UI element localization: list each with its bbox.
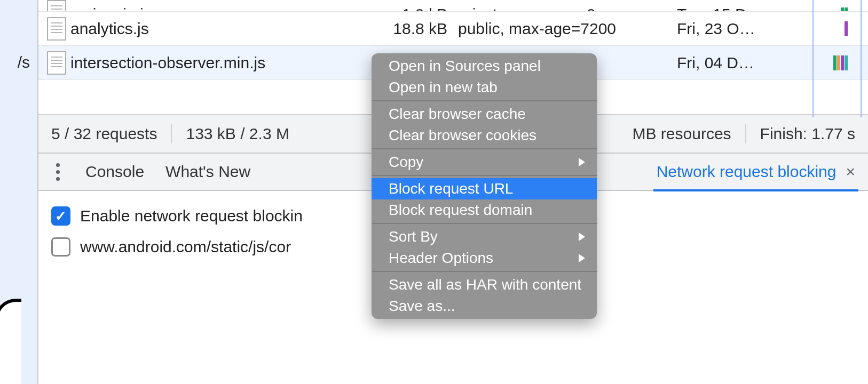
ctx-clear-cache[interactable]: Clear browser cache: [372, 103, 597, 125]
close-icon[interactable]: ×: [846, 163, 855, 181]
divider: [745, 124, 746, 143]
phone-frame-icon: [0, 299, 21, 384]
file-name: analytics.js: [70, 20, 321, 38]
tab-whats-new[interactable]: What's New: [165, 163, 250, 181]
pattern-text: www.android.com/static/js/cor: [80, 238, 291, 256]
timeline-marker: [812, 0, 814, 117]
cache-control: public, max-age=7200: [458, 20, 677, 38]
chevron-right-icon: [579, 254, 585, 262]
time-cell: Fri, 23 O…: [677, 20, 784, 38]
divider: [171, 124, 172, 143]
file-size: 18.8 kB: [321, 20, 458, 38]
status-finish: Finish: 1.77 s: [760, 125, 855, 143]
ctx-block-url[interactable]: Block request URL: [372, 178, 597, 199]
time-cell: Fri, 04 D…: [677, 54, 784, 72]
context-menu: Open in Sources panel Open in new tab Cl…: [372, 53, 597, 319]
table-row[interactable]: analytics.js 18.8 kB public, max-age=720…: [38, 12, 868, 46]
enable-blocking-label: Enable network request blockin: [80, 207, 303, 225]
ctx-clear-cookies[interactable]: Clear browser cookies: [372, 125, 597, 146]
page-gutter: /s: [0, 0, 37, 384]
file-icon: [47, 17, 66, 41]
file-icon: [47, 0, 66, 12]
file-size: 1.9 kB: [321, 5, 458, 12]
ctx-block-domain[interactable]: Block request domain: [372, 199, 597, 221]
timeline-marker: [861, 0, 862, 117]
status-requests: 5 / 32 requests: [51, 125, 157, 143]
ctx-open-sources[interactable]: Open in Sources panel: [372, 55, 597, 77]
tab-console[interactable]: Console: [85, 163, 144, 181]
ctx-sort-by[interactable]: Sort By: [372, 226, 597, 247]
chevron-right-icon: [579, 158, 585, 166]
waterfall-cell: [784, 6, 868, 12]
enable-blocking-checkbox[interactable]: [51, 206, 70, 226]
status-transferred: 133 kB / 2.3 M: [186, 125, 289, 143]
waterfall-cell: [784, 20, 868, 37]
file-name: main.min.js: [70, 5, 321, 12]
drawer-menu-icon[interactable]: [51, 163, 64, 181]
file-name: intersection-observer.min.js: [70, 54, 321, 72]
ctx-save-har[interactable]: Save all as HAR with content: [372, 274, 597, 295]
ctx-save-as[interactable]: Save as...: [372, 295, 597, 317]
file-icon: [47, 51, 66, 75]
ctx-open-tab[interactable]: Open in new tab: [372, 77, 597, 98]
chevron-right-icon: [579, 233, 585, 241]
ctx-copy[interactable]: Copy: [372, 151, 597, 173]
ctx-header-options[interactable]: Header Options: [372, 247, 597, 269]
tab-network-request-blocking[interactable]: Network request blocking ×: [657, 163, 855, 181]
time-cell: Tue, 15 D…: [677, 5, 784, 12]
gutter-partial-text: /s: [18, 53, 30, 71]
table-row[interactable]: main.min.js 1.9 kB private, max-age=0 Tu…: [38, 0, 868, 12]
waterfall-cell: [784, 54, 868, 71]
pattern-checkbox[interactable]: [51, 237, 70, 257]
cache-control: private, max-age=0: [458, 5, 677, 12]
tab-label: Network request blocking: [657, 163, 837, 181]
status-resources: MB resources: [633, 125, 731, 143]
